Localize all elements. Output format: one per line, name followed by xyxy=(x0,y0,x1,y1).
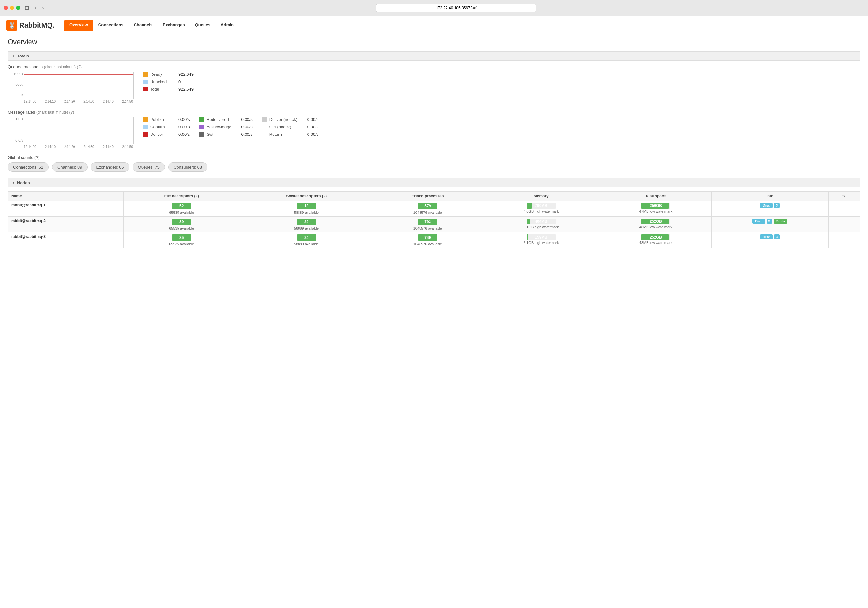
connections-badge[interactable]: Connections: 61 xyxy=(8,163,49,172)
rates-x-axis: 12:14:00 2:14:10 2:14:20 2:14:30 2:14:40… xyxy=(24,145,133,149)
nav-item-admin[interactable]: Admin xyxy=(215,20,239,31)
logo-normal: MQ. xyxy=(41,21,54,29)
queues-badge[interactable]: Queues: 75 xyxy=(133,163,165,172)
node-name-2[interactable]: rabbit@rabbitmq-2 xyxy=(8,217,124,233)
queued-x-5: 2:14:50 xyxy=(122,100,133,103)
disk-val-2: 252GB xyxy=(642,219,670,224)
maximize-button[interactable] xyxy=(16,6,20,10)
queued-messages-chart-area: 1000k 500k 0k 12:14:00 xyxy=(8,72,860,103)
exchanges-badge[interactable]: Exchanges: 66 xyxy=(91,163,129,172)
queued-messages-title: Queued messages (chart: last minute) (?) xyxy=(8,65,860,69)
channels-badge[interactable]: Channels: 89 xyxy=(52,163,88,172)
legend-acknowledge: Acknowledge 0.00/s xyxy=(199,124,252,129)
logo-text: RabbitMQ. xyxy=(19,21,54,29)
legend-total: Total 922,649 xyxy=(143,87,208,92)
unacked-value: 0 xyxy=(178,79,181,84)
get-value: 0.00/s xyxy=(241,132,252,137)
nodes-heading: Nodes xyxy=(17,180,30,185)
redelivered-color xyxy=(199,118,204,122)
node-file-desc-3: 85 65535 available xyxy=(123,233,240,248)
confirm-color xyxy=(143,125,148,129)
back-button[interactable]: ‹ xyxy=(33,5,37,12)
disc-num-3: 3 xyxy=(774,234,780,239)
nav-item-exchanges[interactable]: Exchanges xyxy=(158,20,190,31)
redelivered-label: Redelivered xyxy=(206,117,239,122)
nodes-section: ▼ Nodes Name File descriptors (?) Socket… xyxy=(8,178,860,248)
queued-x-2: 2:14:20 xyxy=(64,100,75,103)
node-disk-2: 252GB 48MB low watermark xyxy=(600,217,711,233)
disk-val-1: 250GB xyxy=(642,203,670,208)
node-erlang-2: 792 1048576 available xyxy=(373,217,482,233)
rates-legend-col2: Redelivered 0.00/s Acknowledge 0.00/s Ge… xyxy=(199,117,252,137)
acknowledge-label: Acknowledge xyxy=(206,124,239,129)
sidebar-toggle-button[interactable]: ⊞ xyxy=(23,4,30,12)
rates-legend-col1: Publish 0.00/s Confirm 0.00/s Deliver 0.… xyxy=(143,117,190,137)
socket-desc-value-1: 13 xyxy=(297,203,316,209)
close-button[interactable] xyxy=(4,6,8,10)
socket-desc-avail-2: 58889 available xyxy=(294,226,319,230)
memory-metric-1: 790MB 4.6GB high watermark xyxy=(486,203,597,213)
col-disk: Disk space xyxy=(600,192,711,201)
info-badges-3: Disc 3 xyxy=(715,234,825,239)
rates-x-0: 12:14:00 xyxy=(24,145,36,149)
address-bar xyxy=(48,4,864,12)
rates-chart-svg xyxy=(24,118,133,143)
nav-item-overview[interactable]: Overview xyxy=(64,20,93,31)
file-desc-avail-2: 65535 available xyxy=(169,226,194,230)
queued-messages-section: Queued messages (chart: last minute) (?)… xyxy=(8,65,860,103)
disc-num-1: 3 xyxy=(774,203,780,208)
rates-y-axis: 1.0/s 0.0/s xyxy=(11,117,23,142)
nodes-section-header[interactable]: ▼ Nodes xyxy=(8,178,860,188)
queued-messages-subtitle: (chart: last minute) (?) xyxy=(44,65,82,69)
node-name-1[interactable]: rabbit@rabbitmq-1 xyxy=(8,201,124,217)
publish-label: Publish xyxy=(150,117,176,122)
totals-section-header[interactable]: ▼ Totals xyxy=(8,51,860,60)
unacked-color-swatch xyxy=(143,80,148,84)
col-plus-minus: +/- xyxy=(828,192,860,201)
nav-item-connections[interactable]: Connections xyxy=(93,20,129,31)
nav-item-channels[interactable]: Channels xyxy=(129,20,158,31)
main-content: Overview ▼ Totals Queued messages (chart… xyxy=(0,31,868,254)
nodes-table-header-row: Name File descriptors (?) Socket descrip… xyxy=(8,192,860,201)
col-erlang: Erlang processes xyxy=(373,192,482,201)
rates-y-0: 0.0/s xyxy=(16,138,23,142)
memory-val-2: 404MB xyxy=(527,219,556,224)
consumers-badge[interactable]: Consumers: 68 xyxy=(168,163,208,172)
ready-label: Ready xyxy=(150,72,176,77)
nodes-table: Name File descriptors (?) Socket descrip… xyxy=(8,191,860,248)
message-rates-chart-area: 1.0/s 0.0/s 12:14:00 2:14:10 2:14:20 2:1… xyxy=(8,117,860,149)
queued-y-axis: 1000k 500k 0k xyxy=(11,72,23,97)
deliver-value: 0.00/s xyxy=(178,132,190,137)
logo: 🐰 RabbitMQ. xyxy=(6,20,54,31)
address-input[interactable] xyxy=(376,4,536,12)
legend-deliver: Deliver 0.00/s xyxy=(143,132,190,137)
confirm-label: Confirm xyxy=(150,124,176,129)
message-rates-subtitle: (chart: last minute) (?) xyxy=(36,110,74,115)
deliver-label: Deliver xyxy=(150,132,176,137)
forward-button[interactable]: › xyxy=(41,5,45,12)
socket-desc-metric-2: 29 58889 available xyxy=(243,219,370,230)
disc-num-2: 3 xyxy=(767,219,772,224)
rates-legend-col3: Deliver (noack) 0.00/s Get (noack) 0.00/… xyxy=(262,117,318,137)
get-color xyxy=(199,132,204,137)
node-erlang-3: 749 1048576 available xyxy=(373,233,482,248)
socket-desc-value-2: 29 xyxy=(297,219,316,225)
node-disk-3: 252GB 48MB low watermark xyxy=(600,233,711,248)
nav-item-queues[interactable]: Queues xyxy=(190,20,216,31)
table-row: rabbit@rabbitmq-1 52 65535 available 13 … xyxy=(8,201,860,217)
rates-x-5: 2:14:50 xyxy=(122,145,133,149)
table-row: rabbit@rabbitmq-3 85 65535 available 24 … xyxy=(8,233,860,248)
node-name-3[interactable]: rabbit@rabbitmq-3 xyxy=(8,233,124,248)
info-badges-1: Disc 3 xyxy=(715,203,825,208)
app-header: 🐰 RabbitMQ. Overview Connections Channel… xyxy=(0,16,868,31)
file-desc-metric-1: 52 65535 available xyxy=(127,203,237,214)
disk-extra-1: 47MB low watermark xyxy=(639,209,673,213)
memory-metric-2: 404MB 3.1GB high watermark xyxy=(486,219,597,229)
totals-arrow-icon: ▼ xyxy=(12,54,15,58)
rates-y-1: 1.0/s xyxy=(16,117,23,121)
node-disk-1: 250GB 47MB low watermark xyxy=(600,201,711,217)
total-color-swatch xyxy=(143,87,148,92)
minimize-button[interactable] xyxy=(10,6,14,10)
erlang-value-2: 792 xyxy=(418,219,437,225)
global-counts-title: Global counts (?) xyxy=(8,155,860,160)
